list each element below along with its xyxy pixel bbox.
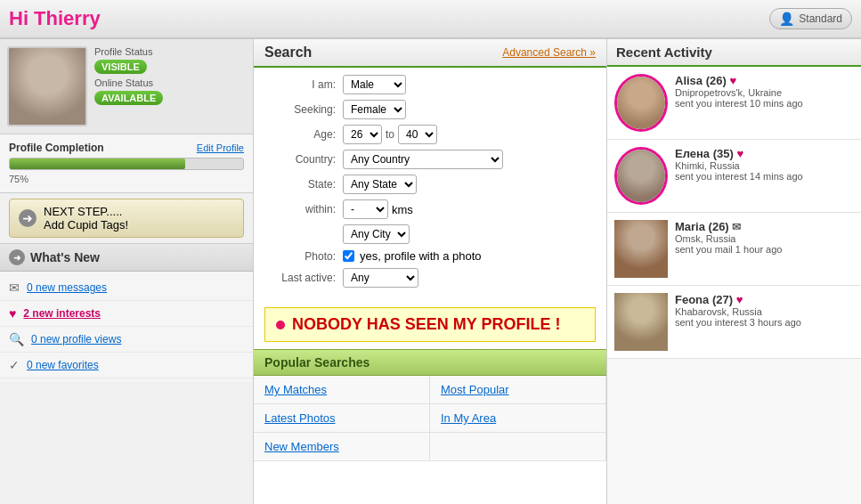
center-panel: Search Advanced Search » I am: Male Fema…: [254, 39, 607, 504]
alisa-location: Dnipropetrovs'k, Ukraine: [675, 87, 854, 98]
progress-bar-bg: [9, 158, 244, 170]
alisa-heart-icon: ♥: [729, 74, 736, 87]
search-header: Search Advanced Search »: [254, 39, 606, 68]
left-sidebar: Profile Status VISIBLE Online Status AVA…: [0, 39, 254, 504]
popular-most-popular[interactable]: Most Popular: [430, 376, 606, 404]
within-unit: kms: [392, 203, 413, 216]
header-greeting: Hi Thierry: [9, 7, 769, 30]
header: Hi Thierry 👤 Standard: [0, 0, 861, 39]
envelope-icon: ✉: [9, 280, 20, 295]
profile-status-value: VISIBLE: [94, 60, 147, 74]
seeking-select[interactable]: Female Male: [343, 100, 406, 119]
activity-photo-elena[interactable]: [614, 147, 668, 205]
popular-searches-header: Popular Searches: [254, 349, 606, 376]
elena-heart-icon: ♥: [736, 147, 743, 160]
completion-section: Profile Completion Edit Profile 75%: [0, 134, 253, 193]
maria-message: sent you mail 1 hour ago: [675, 244, 854, 255]
online-status-label: Online Status: [94, 77, 246, 88]
last-active-select[interactable]: Any TodayThis week: [343, 268, 418, 288]
elena-message: sent you interest 14 mins ago: [675, 171, 854, 182]
nobody-dot: [276, 321, 285, 329]
activity-info-elena: Елена (35) ♥ Khimki, Russia sent you int…: [675, 147, 854, 205]
age-to-label: to: [386, 128, 394, 141]
right-panel: Recent Activity Alisa (26) ♥ Dnipropetro…: [607, 39, 861, 504]
country-select[interactable]: Any Country Russia Ukraine: [343, 150, 503, 169]
completion-title: Profile Completion: [9, 142, 104, 154]
nobody-banner: NOBODY HAS SEEN MY PROFILE !: [264, 307, 596, 342]
edit-profile-link[interactable]: Edit Profile: [197, 142, 244, 153]
person-icon: 👤: [779, 12, 794, 26]
magnifier-icon: 🔍: [9, 332, 24, 346]
i-am-label: I am:: [264, 78, 336, 91]
feona-message: sent you interest 3 hours ago: [675, 317, 854, 328]
profile-section: Profile Status VISIBLE Online Status AVA…: [0, 39, 253, 134]
whats-new-section: ➜ What's New ✉ 0 new messages ♥ 2 new in…: [0, 243, 253, 382]
heart-icon: ♥: [9, 306, 16, 321]
next-step-button[interactable]: ➜ NEXT STEP..... Add Cupid Tags!: [9, 199, 244, 238]
last-active-label: Last active:: [264, 272, 336, 284]
interests-link[interactable]: 2 new interests: [23, 307, 101, 320]
main-layout: Profile Status VISIBLE Online Status AVA…: [0, 39, 861, 504]
popular-latest-photos[interactable]: Latest Photos: [254, 404, 430, 433]
alisa-name: Alisa (26) ♥: [675, 74, 854, 87]
state-label: State:: [264, 178, 336, 191]
state-row: State: Any State: [264, 175, 596, 194]
feona-heart-icon: ♥: [736, 293, 743, 306]
country-label: Country:: [264, 153, 336, 166]
photo-text: yes, profile with a photo: [360, 249, 482, 263]
next-step-line1: NEXT STEP.....: [44, 205, 128, 218]
search-title: Search: [264, 45, 312, 61]
activity-photo-maria[interactable]: [614, 220, 668, 278]
age-from-select[interactable]: 26 18202530: [343, 125, 382, 144]
recent-activity-header: Recent Activity: [607, 39, 861, 67]
within-select[interactable]: - 50100200: [343, 199, 388, 219]
whats-new-items: ✉ 0 new messages ♥ 2 new interests 🔍 0 n…: [0, 272, 253, 382]
elena-photo-img: [617, 150, 665, 202]
i-am-row: I am: Male Female: [264, 75, 596, 94]
photo-label: Photo:: [264, 250, 336, 263]
city-select[interactable]: Any City: [343, 224, 410, 244]
profile-views-link[interactable]: 0 new profile views: [31, 333, 121, 345]
age-to-select[interactable]: 40 30354550: [398, 125, 437, 144]
avatar-image: [9, 48, 85, 125]
popular-new-members[interactable]: New Members: [254, 433, 430, 461]
popular-my-matches[interactable]: My Matches: [254, 376, 430, 404]
i-am-select[interactable]: Male Female: [343, 75, 406, 94]
age-row: Age: 26 18202530 to 40 30354550: [264, 125, 596, 144]
favorites-link[interactable]: 0 new favorites: [27, 359, 99, 371]
whats-new-title: What's New: [30, 250, 100, 264]
next-step-icon: ➜: [19, 209, 37, 227]
advanced-search-link[interactable]: Advanced Search »: [502, 46, 596, 59]
age-label: Age:: [264, 128, 336, 141]
country-row: Country: Any Country Russia Ukraine: [264, 150, 596, 169]
activity-item-alisa: Alisa (26) ♥ Dnipropetrovs'k, Ukraine se…: [607, 67, 861, 140]
messages-link[interactable]: 0 new messages: [27, 281, 107, 294]
seeking-label: Seeking:: [264, 103, 336, 116]
popular-in-my-area[interactable]: In My Area: [430, 404, 606, 433]
profile-status-label: Profile Status: [94, 46, 246, 57]
elena-name: Елена (35) ♥: [675, 147, 854, 160]
activity-photo-alisa[interactable]: [614, 74, 668, 132]
activity-item-elena: Елена (35) ♥ Khimki, Russia sent you int…: [607, 140, 861, 213]
online-status-value: AVAILABLE: [94, 91, 163, 105]
profile-status-block: Profile Status VISIBLE Online Status AVA…: [94, 46, 246, 126]
activity-photo-feona[interactable]: [614, 293, 668, 351]
search-form: I am: Male Female Seeking: Female Male A…: [254, 68, 606, 300]
completion-pct: 75%: [9, 174, 28, 184]
feona-location: Khabarovsk, Russia: [675, 306, 854, 317]
whats-new-favorites: ✓ 0 new favorites: [0, 353, 253, 378]
next-step-text: NEXT STEP..... Add Cupid Tags!: [44, 205, 128, 232]
whats-new-header: ➜ What's New: [0, 244, 253, 272]
alisa-message: sent you interest 10 mins ago: [675, 98, 854, 109]
badge-label: Standard: [799, 12, 842, 25]
maria-name: Maria (26) ✉: [675, 220, 854, 233]
photo-checkbox[interactable]: [343, 250, 354, 262]
maria-location: Omsk, Russia: [675, 233, 854, 244]
popular-empty: [430, 433, 606, 461]
elena-location: Khimki, Russia: [675, 160, 854, 171]
within-label: within:: [264, 203, 336, 215]
whats-new-interests: ♥ 2 new interests: [0, 301, 253, 327]
standard-badge[interactable]: 👤 Standard: [769, 8, 852, 29]
state-select[interactable]: Any State: [343, 175, 417, 194]
avatar: [7, 46, 87, 126]
